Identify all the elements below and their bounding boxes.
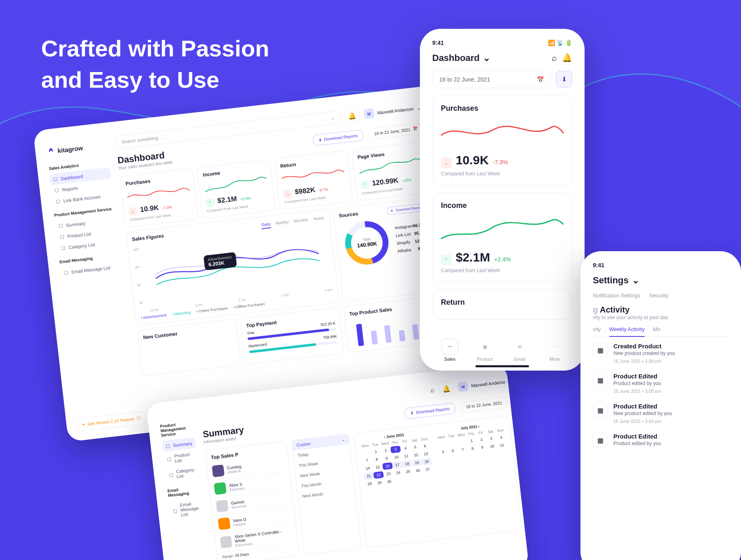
- page-title[interactable]: Settings ⌄: [593, 275, 729, 286]
- page-title[interactable]: Dashboard ⌄: [432, 53, 490, 63]
- tab-email[interactable]: ✉Email: [512, 338, 528, 362]
- status-bar: 9:41: [593, 262, 729, 268]
- tab-sales[interactable]: 〰Sales: [442, 338, 458, 362]
- download-button[interactable]: ⬇: [556, 71, 572, 87]
- status-bar: 9:41 📶 📡 🔋: [432, 40, 572, 46]
- trend-down-icon: ⌄: [441, 158, 452, 168]
- tab-notification-settings[interactable]: Notification Settings: [593, 292, 640, 299]
- home-indicator: [475, 365, 529, 367]
- user-menu[interactable]: M Maxwell Anderson ⌄: [364, 103, 421, 119]
- date-range-picker[interactable]: 16 to 22 June, 2021 📅: [432, 71, 551, 88]
- card-return: Return: [432, 289, 572, 320]
- product-thumb: [212, 464, 225, 477]
- dashboard-main: Search something… ⌕ 🔔 M Maxwell Anderson…: [112, 101, 454, 419]
- sidebar-item-email-list[interactable]: ▢ Email Message List: [60, 261, 122, 279]
- trend-down-icon: ⌄: [283, 189, 292, 198]
- svg-rect-8: [384, 325, 391, 343]
- sparkline-purchases: [441, 117, 564, 150]
- grid-icon: ▦: [593, 433, 608, 448]
- chevron-down-icon: ⌄: [483, 53, 490, 63]
- download-icon: ⬇: [562, 75, 567, 83]
- trend-up-icon: ⌃: [360, 180, 369, 189]
- card-sales-figures: Sales Figures Daily Weekly Monthly Yearl…: [126, 208, 339, 326]
- sources-donut-chart: Total 140.90K: [339, 215, 394, 270]
- calendar-icon: 📅: [537, 76, 544, 83]
- svg-rect-9: [398, 330, 405, 341]
- svg-text:140.90K: 140.90K: [357, 240, 377, 248]
- more-icon: ⋯: [547, 338, 563, 355]
- search-icon[interactable]: ⌕: [552, 53, 557, 63]
- grid-icon: ▦: [593, 373, 608, 387]
- product-thumb: [216, 500, 228, 513]
- card-purchases: Purchases ⌄10.9K-7.3% Compared from Last…: [432, 96, 572, 185]
- trend-up-icon: ⌃: [206, 198, 215, 207]
- svg-rect-7: [371, 330, 378, 345]
- sidebar-item-email-list[interactable]: ▢ Email Message List: [169, 497, 204, 522]
- search-icon[interactable]: ⌕: [430, 386, 435, 394]
- notifications-button[interactable]: 🔔: [438, 381, 454, 397]
- grid-icon: ▦: [477, 338, 493, 355]
- chevron-down-icon: ⌄: [341, 437, 345, 442]
- svg-rect-10: [412, 324, 419, 340]
- avatar: M: [364, 108, 375, 119]
- card-top-payment: Top Payment Visa922.20 K Mastercard758.8…: [240, 307, 344, 364]
- activity-item[interactable]: ▦Product EditedProduct edited by you15 J…: [593, 373, 729, 394]
- activity-segment-tabs: vity Weekly Activity Mo: [593, 326, 729, 337]
- calendar-widget[interactable]: ‹ June 2021 MonTueWedThuFriSatSun 123456…: [354, 415, 522, 548]
- status-icons: 📶 📡 🔋: [548, 40, 572, 46]
- tab-yearly[interactable]: Yearly: [312, 215, 324, 223]
- card-income: Income ⌃$2.1M+2.4% Compared from Last We…: [197, 159, 276, 219]
- user-menu[interactable]: MMaxwell Anderso: [457, 377, 506, 392]
- calendar-prev-icon[interactable]: ‹: [384, 435, 385, 439]
- logo-icon: [47, 147, 56, 156]
- activity-item[interactable]: ▦Product EditedProduct edited by you: [593, 433, 729, 449]
- sparkline-income: [441, 214, 564, 247]
- download-reports-button[interactable]: ⬇ Download Reports: [404, 403, 456, 420]
- top-sales-products: Top Sales P CurologHealth &Xbox SElectro…: [205, 441, 300, 560]
- brand-logo: kitagrow: [47, 141, 108, 156]
- bell-icon[interactable]: 🔔: [562, 53, 572, 63]
- settings-tabs: Notification Settings Security: [593, 292, 729, 299]
- trend-down-icon: ⌄: [128, 207, 137, 216]
- card-new-customer: New Customer: [137, 319, 241, 376]
- trend-up-icon: ⌃: [441, 254, 452, 265]
- tab-security[interactable]: Security: [649, 292, 669, 299]
- activity-item[interactable]: ▦Product EditedNew product edited by you…: [593, 403, 729, 424]
- card-purchases: Purchases ⌄10.9K-7.3% Compared from Last…: [119, 168, 198, 228]
- notifications-button[interactable]: 🔔: [345, 108, 360, 124]
- bell-icon: 🔔: [348, 111, 357, 120]
- marketing-headline: Crafted with Passion and Easy to Use: [41, 33, 269, 95]
- product-thumb: [220, 536, 232, 548]
- tab-monthly[interactable]: Monthly: [294, 217, 309, 225]
- phone-dashboard: 9:41 📶 📡 🔋 Dashboard ⌄ ⌕ 🔔 16 to 22 June…: [420, 29, 585, 371]
- card-income: Income ⌃$2.1M+2.4% Compared from Last We…: [432, 193, 572, 282]
- version-feature-button[interactable]: ✦ See Version 2.10 Feature ⓘ: [76, 411, 147, 432]
- grid-icon: ▦: [593, 343, 608, 357]
- chart-icon: 〰: [442, 338, 458, 355]
- activity-item[interactable]: ▦Created ProductNew product created by y…: [593, 343, 729, 364]
- grid-icon: ▦: [593, 403, 608, 418]
- tab-more[interactable]: ⋯More: [547, 338, 563, 362]
- activity-subtitle: vity to see your activity at past day: [593, 315, 729, 320]
- tab-weekly[interactable]: Weekly: [275, 219, 289, 228]
- product-thumb: [214, 482, 226, 495]
- date-range-picker[interactable]: 16 to 22 June, 2021 📅: [368, 123, 424, 140]
- chevron-down-icon: ⌄: [632, 275, 639, 286]
- card-return: Return ⌄$982K-9.7% Compared from Last We…: [274, 150, 353, 210]
- phone-settings: 9:41 Settings ⌄ Notification Settings Se…: [580, 251, 741, 560]
- activity-title: g Activity: [593, 305, 729, 315]
- segtab-weekly[interactable]: Weekly Activity: [609, 326, 645, 337]
- product-thumb: [218, 517, 231, 530]
- tab-bar: 〰Sales ▦Product ✉Email ⋯More: [432, 334, 572, 362]
- svg-rect-6: [356, 324, 364, 346]
- tab-daily[interactable]: Daily: [261, 222, 271, 229]
- date-preset-dropdown[interactable]: Custom⌄ Today This Week Next Week This M…: [291, 434, 362, 555]
- sidebar-item-category-list[interactable]: ▢ Category List: [165, 464, 200, 483]
- download-reports-button[interactable]: ⬇ Download Reports: [312, 129, 364, 146]
- card-pageviews: Page Views ⌃120.99K+12% Compared from La…: [351, 141, 430, 201]
- calendar-next-icon[interactable]: ›: [478, 424, 480, 428]
- date-range-picker[interactable]: 16 to 22 June, 2021: [460, 397, 508, 413]
- search-icon: ⌕: [331, 115, 334, 121]
- mail-icon: ✉: [512, 338, 528, 355]
- tab-product[interactable]: ▦Product: [477, 338, 493, 362]
